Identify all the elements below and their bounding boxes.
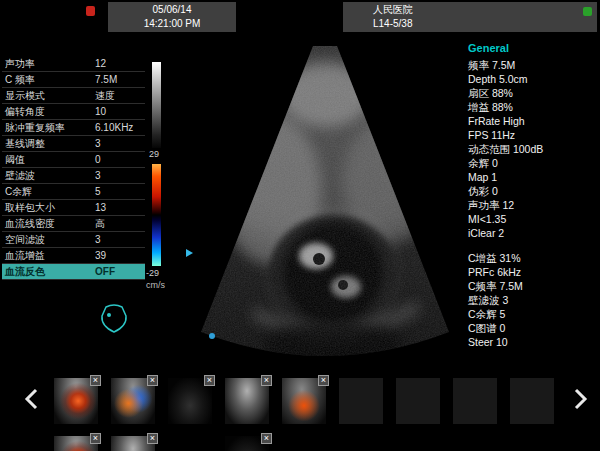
thumbnail-strip-row2: ××× [0, 436, 600, 451]
parameter-row[interactable]: 血流增益 39 [2, 248, 145, 264]
parameter-label: 脉冲重复频率 [2, 120, 95, 135]
parameter-value: 3 [95, 168, 145, 183]
info-line: 增益 88% [468, 100, 598, 114]
parameter-value: 39 [95, 248, 145, 263]
info-line: C余辉 5 [468, 307, 598, 321]
thumbnail-next-button[interactable] [574, 388, 590, 412]
info-line: FPS 11Hz [468, 128, 598, 142]
thumbnail[interactable]: × [225, 436, 269, 451]
date-label: 05/06/14 [108, 3, 236, 17]
color-map-bar [152, 164, 161, 266]
parameter-row[interactable]: C余辉 5 [2, 184, 145, 200]
info-line: iClear 2 [468, 226, 598, 240]
thumbnail-close-button[interactable]: × [90, 375, 101, 386]
parameter-label: 空间滤波 [2, 232, 95, 247]
parameter-value: 速度 [95, 88, 145, 103]
info-line: Map 1 [468, 170, 598, 184]
parameter-value: 高 [95, 216, 145, 231]
info-line: MI<1.35 [468, 212, 598, 226]
parameter-label: C余辉 [2, 184, 95, 199]
thumbnail[interactable]: × [54, 436, 98, 451]
info-line: 伪彩 0 [468, 184, 598, 198]
parameter-label: 偏转角度 [2, 104, 95, 119]
parameter-label: 声功率 [2, 56, 95, 71]
info-line: C图谱 0 [468, 321, 598, 335]
thumbnail[interactable]: × [168, 378, 212, 424]
thumbnail[interactable]: × [54, 378, 98, 424]
parameter-value: 12 [95, 56, 145, 71]
parameter-label: 基线调整 [2, 136, 95, 151]
parameter-row[interactable]: 血流反色 OFF [2, 264, 145, 280]
ultrasound-image[interactable] [183, 40, 465, 372]
thumbnail-close-button[interactable]: × [204, 375, 215, 386]
green-indicator-icon [583, 7, 592, 16]
parameter-row[interactable]: C 频率 7.5M [2, 72, 145, 88]
velocity-top-label: 29 [149, 149, 173, 159]
parameter-label: 阈值 [2, 152, 95, 167]
thumbnail-slot-empty [339, 378, 383, 424]
thumbnail-close-button[interactable]: × [147, 433, 158, 444]
info-line: C频率 7.5M [468, 279, 598, 293]
time-label: 14:21:00 PM [108, 17, 236, 31]
thumbnail-close-button[interactable]: × [261, 375, 272, 386]
parameter-value: 5 [95, 184, 145, 199]
thumbnail-close-button[interactable]: × [90, 433, 101, 444]
parameter-row[interactable]: 基线调整 3 [2, 136, 145, 152]
hospital-display: 人民医院 L14-5/38 [343, 2, 597, 32]
parameter-label: 取样包大小 [2, 200, 95, 215]
info-line: C增益 31% [468, 251, 598, 265]
date-time-display: 05/06/14 14:21:00 PM [108, 2, 236, 32]
parameter-row[interactable]: 偏转角度 10 [2, 104, 145, 120]
parameter-label: C 频率 [2, 72, 95, 87]
parameter-row[interactable]: 空间滤波 3 [2, 232, 145, 248]
thumbnail-close-button[interactable]: × [318, 375, 329, 386]
gray-map-bar [152, 62, 161, 148]
hospital-name-label: 人民医院 [373, 3, 597, 17]
info-panel-header: General [468, 42, 598, 58]
parameter-value: 3 [95, 232, 145, 247]
info-line: 频率 7.5M [468, 58, 598, 72]
thumbnail-slot-empty [453, 378, 497, 424]
thumbnail-slot-empty [396, 378, 440, 424]
info-line: 声功率 12 [468, 198, 598, 212]
parameter-label: 血流线密度 [2, 216, 95, 231]
info-line: 余辉 0 [468, 156, 598, 170]
probe-label: L14-5/38 [373, 17, 597, 31]
velocity-unit-label: cm/s [146, 280, 174, 290]
parameter-value: 3 [95, 136, 145, 151]
info-line: 扇区 88% [468, 86, 598, 100]
info-line: Depth 5.0cm [468, 72, 598, 86]
info-line: 动态范围 100dB [468, 142, 598, 156]
parameter-label: 血流反色 [2, 264, 95, 279]
probe-position-icon [209, 333, 215, 339]
thumbnail[interactable]: × [111, 378, 155, 424]
parameter-panel: 声功率 12 C 频率 7.5M 显示模式 速度 偏转角度 10 脉冲重复频率 … [2, 56, 145, 280]
thumbnail[interactable]: × [111, 436, 155, 451]
thumbnail-strip: ××××× [54, 378, 554, 424]
parameter-row[interactable]: 壁滤波 3 [2, 168, 145, 184]
chevron-left-icon [24, 388, 38, 410]
info-line [468, 240, 598, 251]
thumbnail-slot-empty [510, 378, 554, 424]
thumbnail-close-button[interactable]: × [147, 375, 158, 386]
parameter-row[interactable]: 显示模式 速度 [2, 88, 145, 104]
parameter-value: 13 [95, 200, 145, 215]
thumbnail-close-button[interactable]: × [261, 433, 272, 444]
parameter-value: 0 [95, 152, 145, 167]
parameter-row[interactable]: 取样包大小 13 [2, 200, 145, 216]
velocity-bottom-label: -29 [146, 268, 174, 278]
info-panel: General 频率 7.5MDepth 5.0cm扇区 88%增益 88%Fr… [468, 42, 598, 349]
parameter-row[interactable]: 阈值 0 [2, 152, 145, 168]
parameter-row[interactable]: 声功率 12 [2, 56, 145, 72]
thumbnail[interactable]: × [225, 378, 269, 424]
parameter-value: 10 [95, 104, 145, 119]
parameter-row[interactable]: 血流线密度 高 [2, 216, 145, 232]
thumbnail-prev-button[interactable] [24, 388, 40, 412]
info-line: PRFc 6kHz [468, 265, 598, 279]
thumbnail[interactable]: × [282, 378, 326, 424]
parameter-row[interactable]: 脉冲重复频率 6.10KHz [2, 120, 145, 136]
parameter-label: 壁滤波 [2, 168, 95, 183]
info-line: FrRate High [468, 114, 598, 128]
body-marker-icon [98, 302, 130, 340]
focus-marker-icon[interactable] [186, 249, 193, 257]
